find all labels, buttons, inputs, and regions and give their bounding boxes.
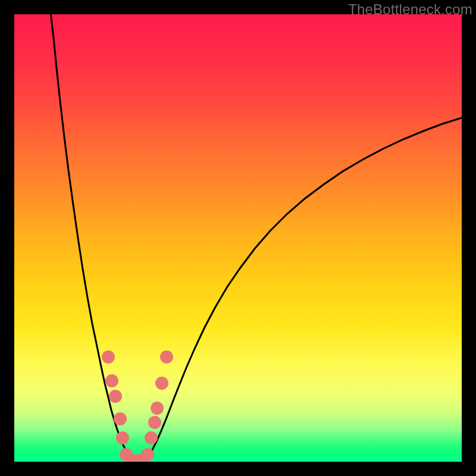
data-marker [145,431,158,444]
watermark-text: TheBottleneck.com [348,1,472,18]
data-marker [151,402,164,415]
data-marker [114,412,127,425]
data-marker [141,448,154,461]
chart-svg [14,14,462,462]
data-marker [109,390,122,403]
data-marker [105,374,118,387]
data-marker [160,350,173,364]
marker-group [102,350,173,462]
data-marker [148,416,161,429]
data-marker [155,377,168,390]
data-marker [116,431,129,444]
data-marker [102,350,115,364]
